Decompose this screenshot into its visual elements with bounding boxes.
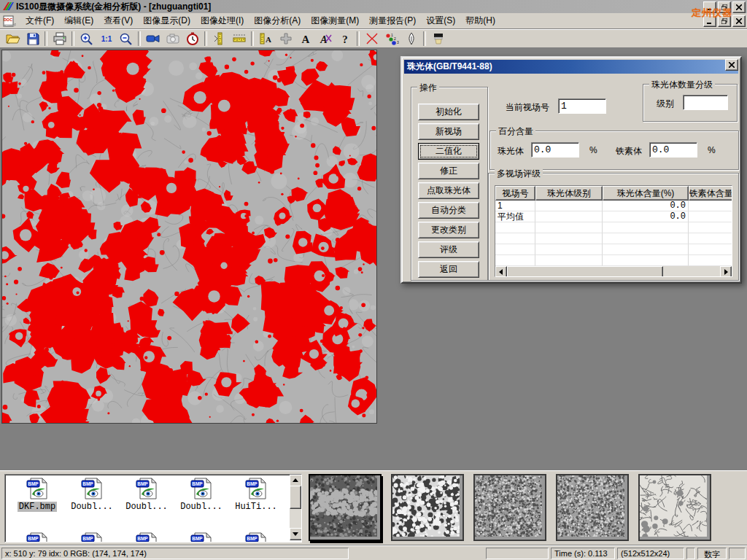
zoom-actual-button[interactable]: 1:1	[96, 30, 116, 47]
current-field-input[interactable]	[558, 98, 606, 114]
table-row[interactable]: 10.0	[495, 201, 732, 211]
status-empty-panel-2	[686, 548, 695, 559]
scroll-down-icon[interactable]	[290, 528, 302, 540]
menu-item-10[interactable]: 帮助(H)	[460, 13, 500, 28]
ruler-horizontal-button[interactable]	[229, 30, 249, 47]
save-button[interactable]	[23, 30, 42, 47]
table-cell	[535, 233, 603, 244]
camera-capture-icon	[166, 32, 180, 45]
auto-classify-button[interactable]: 自动分类	[418, 202, 479, 219]
file-item-HuiTi[interactable]: BMPHuiTi...	[230, 478, 282, 512]
percent-group: 百分含量 珠光体 % 铁素体 %	[489, 131, 739, 170]
caliper-vertical-icon	[212, 32, 227, 45]
zoom-out-button[interactable]	[116, 30, 136, 47]
correct-button[interactable]: 修正	[418, 163, 479, 179]
scroll-left-icon[interactable]	[495, 266, 507, 277]
thumbnail-3[interactable]	[473, 474, 546, 541]
thumbnail-4[interactable]	[556, 474, 629, 541]
menu-item-1[interactable]: 文件(F)	[20, 13, 59, 28]
class-dots-button[interactable]: 123	[382, 30, 401, 47]
app-window: IS100显微摄像系统(金相分析版) - [zhuguangti01] DOC …	[0, 0, 747, 560]
file-item-DKFbmp[interactable]: BMPDKF.bmp	[11, 478, 63, 512]
document-icon[interactable]: DOC	[3, 15, 16, 27]
dialog-close-icon[interactable]	[725, 59, 738, 71]
thumbnail-1[interactable]	[309, 474, 382, 541]
paint-brush-button[interactable]	[428, 30, 448, 47]
menu-item-5[interactable]: 图像处理(I)	[196, 13, 249, 28]
file-item-partial[interactable]: BMP	[175, 532, 228, 542]
mdi-close-icon[interactable]	[732, 15, 746, 27]
dialog-title-bar[interactable]: 珠光体(GB/T9441-88)	[404, 60, 738, 74]
timer-button[interactable]	[182, 30, 202, 47]
toolbar-separator	[204, 31, 207, 46]
pick-pearlite-button[interactable]: 点取珠光体	[418, 182, 479, 199]
grid-cross-button[interactable]	[276, 30, 295, 47]
file-item-Doubl[interactable]: BMPDoubl...	[175, 478, 228, 512]
open-file-button[interactable]	[3, 30, 23, 47]
table-cell	[689, 211, 732, 222]
count-grade-group: 珠光体数量分级 级别	[643, 84, 738, 122]
menu-item-4[interactable]: 图像显示(D)	[138, 13, 196, 28]
menu-item-3[interactable]: 查看(V)	[98, 13, 138, 28]
table-header-4[interactable]: 铁素体含量(%)	[689, 186, 732, 201]
table-row[interactable]	[495, 233, 732, 244]
bmp-file-icon: BMP	[245, 478, 267, 499]
pearlite-percent-input[interactable]	[531, 142, 579, 158]
help-button[interactable]: ?	[335, 30, 355, 47]
table-header-1[interactable]: 视场号	[495, 186, 535, 201]
table-hscrollbar[interactable]	[495, 266, 732, 276]
initialize-button[interactable]: 初始化	[418, 104, 479, 120]
menu-item-9[interactable]: 设置(S)	[421, 13, 460, 28]
grade-input[interactable]	[683, 95, 728, 110]
return-button[interactable]: 返回	[418, 261, 479, 278]
file-browser-vscrollbar[interactable]	[290, 475, 301, 540]
rate-button[interactable]: 评级	[418, 241, 479, 258]
table-row[interactable]: 平均值0.0	[495, 211, 732, 222]
status-bar: x: 510 y: 79 idx: 0 RGB: (174, 174, 174)…	[0, 545, 747, 560]
new-field-button[interactable]: 新视场	[418, 123, 479, 140]
file-item-partial[interactable]: BMP	[66, 532, 118, 542]
table-row[interactable]	[495, 255, 732, 266]
paint-brush-icon	[431, 32, 446, 45]
svg-text:BMP: BMP	[247, 481, 258, 486]
table-header-3[interactable]: 珠光体含量(%)	[603, 186, 689, 201]
zoom-in-button[interactable]	[77, 30, 96, 47]
table-row[interactable]	[495, 244, 732, 255]
svg-text:BMP: BMP	[247, 536, 258, 541]
menu-item-8[interactable]: 测量报告(P)	[364, 13, 421, 28]
thumbnail-5[interactable]	[638, 474, 711, 541]
binarize-button[interactable]: 二值化	[418, 143, 479, 160]
file-item-Doubl[interactable]: BMPDoubl...	[66, 478, 118, 512]
video-capture-button[interactable]	[143, 30, 163, 47]
curve-split-button[interactable]	[362, 30, 382, 47]
file-browser[interactable]: BMPDKF.bmpBMPDoubl...BMPDoubl...BMPDoubl…	[4, 474, 302, 542]
thumbnail-2[interactable]	[391, 474, 464, 541]
image-size-panel: (512x512x24)	[617, 548, 684, 559]
file-item-partial[interactable]: BMP	[120, 532, 173, 542]
measure-scale-button[interactable]: A	[256, 30, 276, 47]
change-class-button[interactable]: 更改类别	[418, 222, 479, 238]
file-name: Doubl...	[124, 502, 169, 512]
text-annotate-button[interactable]: A	[295, 30, 315, 47]
ferrite-percent-input[interactable]	[649, 142, 697, 158]
svg-text:1: 1	[391, 33, 393, 37]
file-item-partial[interactable]: BMP	[11, 532, 63, 542]
close-icon[interactable]	[732, 1, 746, 13]
text-delete-button[interactable]: A	[315, 30, 335, 47]
menu-item-6[interactable]: 图像分析(A)	[249, 13, 306, 28]
scroll-right-icon[interactable]	[720, 266, 732, 277]
hscroll-thumb[interactable]	[507, 266, 663, 277]
file-item-partial[interactable]: BMP	[230, 532, 282, 542]
file-item-Doubl[interactable]: BMPDoubl...	[120, 478, 173, 512]
caliper-vertical-button[interactable]	[209, 30, 229, 47]
table-row[interactable]	[495, 222, 732, 233]
pen-annotate-button[interactable]	[401, 30, 421, 47]
print-button[interactable]	[50, 30, 69, 47]
metallographic-image[interactable]	[1, 50, 377, 424]
menu-item-2[interactable]: 编辑(E)	[59, 13, 98, 28]
camera-capture-button[interactable]	[163, 30, 182, 47]
menu-item-7[interactable]: 图像测量(M)	[306, 13, 364, 28]
operation-group: 操作 初始化新视场二值化修正点取珠光体自动分类更改类别评级返回	[411, 87, 488, 281]
vscroll-thumb[interactable]	[290, 486, 301, 509]
table-header-2[interactable]: 珠光体级别	[535, 186, 603, 201]
